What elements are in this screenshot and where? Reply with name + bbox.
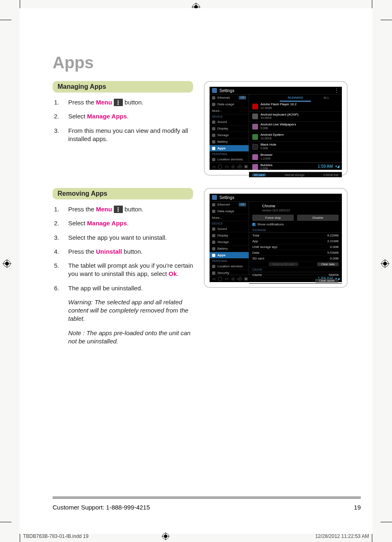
app-row: Bubbles0.00B (249, 162, 342, 173)
sound-icon (212, 120, 215, 124)
wallpaper-icon (252, 124, 258, 130)
blackhole-icon (252, 144, 258, 150)
location-icon (212, 158, 215, 161)
sidebar-item-storage: Storage (210, 239, 249, 246)
step-text: Press the Menu button. (68, 98, 193, 107)
app-row: Browser1.22MB (249, 152, 342, 162)
vol-down-icon: ◃) (231, 276, 234, 281)
app-row: Android keyboard (AOSP)44.00KB (249, 112, 342, 122)
page-title: Apps (53, 53, 361, 72)
sidebar-item-battery: Battery (210, 246, 249, 252)
storage-row: SD card0.00B (249, 256, 342, 262)
step-text: Select the app you want to uninstall. (68, 234, 193, 242)
storage-actions: Clear cache (249, 278, 342, 284)
bubbles-icon (252, 164, 258, 170)
storage-row: Total8.22MB (249, 233, 342, 239)
sidebar-item-location: Location services (210, 156, 249, 162)
flash-icon (252, 104, 258, 109)
customer-support-text: Customer Support: 1-888-999-4215 (53, 504, 150, 511)
screenshot-icon: ▣ (244, 276, 248, 281)
storage-icon (212, 134, 215, 137)
storage-bar: SD card Internal storage 3.90GB free (249, 172, 342, 177)
app-row: Adobe Flash Player 10.212.36MB (249, 102, 342, 112)
settings-title: Settings (219, 88, 234, 93)
show-notifications-checkbox: Show notifications (249, 222, 342, 228)
settings-titlebar: Settings (210, 194, 342, 202)
menu-label: Menu (96, 99, 112, 106)
vol-down-icon: ◃) (231, 164, 234, 169)
screenshot-tablet-app-detail: Settings EthernetON Data usage More... D… (204, 188, 348, 288)
step-text: The app will be uninstalled. (68, 284, 193, 292)
sidebar-item-display: Display (210, 125, 249, 132)
section-managing-apps: Managing Apps 1. Press the Menu button. … (53, 81, 361, 176)
vol-up-icon: ◃)) (237, 164, 242, 169)
disable-button: Disable (297, 215, 339, 221)
section-header-managing: Managing Apps (53, 81, 193, 93)
app-version: version 18.0.1025123 (262, 209, 290, 212)
sidebar-item-apps: Apps (210, 145, 249, 152)
sound-icon (212, 227, 215, 231)
step-text: Press the Menu button. (68, 205, 193, 213)
apps-tabs: RUNNING ALL (249, 95, 342, 102)
move-to-sd-button: Move to SD card (269, 262, 298, 266)
indd-filename: TBDB763B-783-01-IB.indd 19 (23, 533, 88, 539)
free-space-label: 3.90GB free (323, 174, 339, 176)
step-number: 1. (53, 98, 59, 107)
storage-row: Cache584KB (249, 272, 342, 278)
tab-running: RUNNING (280, 95, 311, 102)
chrome-icon (252, 204, 260, 212)
back-icon: ◅ (212, 164, 215, 169)
battery-icon (212, 140, 215, 144)
step-text: The tablet will prompt ask you if you're… (68, 262, 193, 278)
apps-icon (212, 254, 215, 257)
app-name: Chrome (262, 204, 275, 208)
storage-row: App2.21MB (249, 239, 342, 244)
menu-icon (114, 99, 123, 106)
clear-cache-button: Clear cache (315, 279, 339, 283)
tab-downloaded (249, 95, 280, 102)
back-icon: ◅ (212, 276, 215, 281)
overflow-icon: ⋮ (334, 88, 339, 93)
sidebar-item-data-usage: Data usage (210, 208, 249, 215)
section-removing-apps: Removing Apps 1. Press the Menu button. … (53, 188, 361, 345)
step-number: 6. (53, 284, 59, 292)
sidebar-item-battery: Battery (210, 139, 249, 145)
sidebar-item-ethernet: EthernetON (210, 202, 249, 208)
home-icon: ◯ (218, 276, 222, 281)
settings-sidebar: EthernetON Data usage More... DEVICE Sou… (210, 95, 249, 162)
section-header-removing: Removing Apps (53, 188, 193, 199)
sidebar-category-personal: PERSONAL (210, 259, 249, 263)
sidebar-item-more: More... (210, 215, 249, 221)
display-icon (212, 127, 215, 130)
browser-icon (252, 154, 258, 160)
sidebar-item-sound: Sound (210, 119, 249, 125)
data-usage-icon (212, 210, 215, 213)
settings-app-icon (212, 88, 217, 93)
security-icon (212, 271, 215, 275)
warning-text: Warning: The selected app and all relate… (68, 298, 193, 323)
settings-title: Settings (219, 195, 234, 200)
vol-up-icon: ◃)) (237, 276, 242, 281)
app-row: Android System16.00KB (249, 132, 342, 142)
clear-data-button: Clear data (317, 262, 339, 266)
storage-row: USB storage app0.00B (249, 244, 342, 250)
app-row: Black Hole0.00B (249, 142, 342, 152)
page-number: 19 (354, 504, 361, 511)
recent-icon: ▭ (225, 276, 228, 281)
recent-icon: ▭ (225, 164, 228, 169)
step-number: 2. (53, 112, 59, 120)
sidebar-category-device: DEVICE (210, 114, 249, 119)
storage-actions: Move to SD card Clear data (249, 262, 342, 267)
sidebar-category-personal: PERSONAL (210, 152, 249, 156)
home-icon: ◯ (218, 164, 222, 169)
internal-storage-label: Internal storage (266, 174, 323, 176)
toggle-on: ON (239, 96, 246, 100)
apps-icon (212, 147, 215, 150)
step-text: Select Manage Apps. (68, 219, 193, 227)
data-usage-icon (212, 103, 215, 106)
step-text: From this menu you can view and modify a… (68, 127, 193, 144)
registration-mark-icon (161, 532, 170, 540)
tab-all: ALL (311, 95, 342, 102)
sidebar-item-location: Location services (210, 263, 249, 270)
sidebar-category-device: DEVICE (210, 221, 249, 226)
